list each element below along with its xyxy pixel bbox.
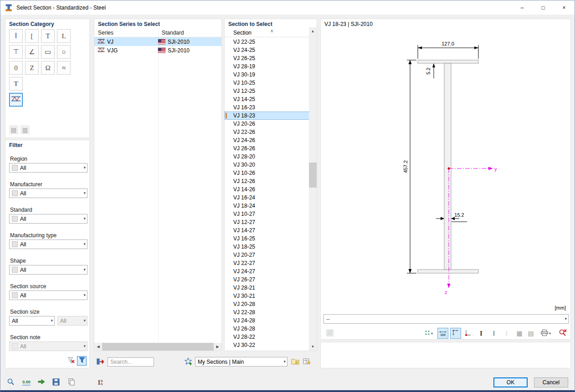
copy-section-button[interactable] [66, 377, 77, 388]
thin-view-toggle[interactable]: I [501, 328, 512, 339]
search-input[interactable] [108, 357, 154, 367]
section-column-header[interactable]: Section [233, 30, 252, 36]
filter-section-source-combo[interactable]: All ▾ [9, 290, 87, 300]
section-list-item[interactable]: VJ 28-21 [225, 284, 310, 292]
z-section-button[interactable]: Z [25, 61, 39, 75]
hscroll-thumb[interactable] [102, 343, 214, 351]
section-list-item[interactable]: VJ 10-26 [225, 169, 310, 177]
section-list-item[interactable]: VJ 10-25 [225, 79, 310, 87]
filter-section-size-combo[interactable]: All ▾ [9, 316, 55, 326]
series-horizontal-scrollbar[interactable]: ◀ ▶ [94, 343, 221, 351]
oval-section-button[interactable]: 0 [9, 61, 23, 75]
clear-filter-button[interactable] [66, 356, 76, 366]
series-column-header[interactable]: Series [98, 30, 113, 36]
section-list-item[interactable]: VJ 16-23 [225, 103, 310, 112]
section-list-item[interactable]: VJ 14-25 [225, 95, 310, 103]
section-list-item[interactable]: VJ 20-27 [225, 251, 310, 259]
scroll-down-button[interactable]: ▼ [309, 343, 317, 351]
angle-section-button[interactable]: L [57, 29, 71, 43]
section-list-item[interactable]: VJ 20-28 [225, 300, 310, 308]
section-list-item[interactable]: VJ 30-20 [225, 161, 310, 169]
favorites-options-button[interactable] [290, 356, 301, 367]
save-section-button[interactable] [51, 377, 62, 388]
section-details-combo[interactable]: -- ▾ [323, 314, 569, 324]
print-button[interactable]: ▾ [539, 328, 553, 339]
rhs-section-button[interactable]: ▭ [41, 45, 55, 59]
section-list-item[interactable]: VJ 30-21 [225, 292, 310, 300]
section-list-item[interactable]: VJ 24-27 [225, 267, 310, 275]
vscroll-thumb[interactable] [309, 163, 317, 188]
apply-to-model-button[interactable] [36, 377, 47, 388]
ok-button[interactable]: OK [493, 377, 528, 387]
beam-dimensions-toggle[interactable]: I bh [94, 377, 106, 388]
render-view-button[interactable] [324, 328, 335, 339]
section-list-item[interactable]: VJ 14-26 [225, 185, 310, 193]
outline-view-toggle[interactable]: I [488, 328, 499, 339]
section-list-item[interactable]: VJ 22-25 [225, 38, 310, 46]
section-list-item[interactable]: VJ 24-28 [225, 316, 310, 325]
tee-section-button[interactable]: T [41, 29, 55, 43]
section-list-item[interactable]: VJ 14-27 [225, 226, 310, 234]
joist-section-button[interactable] [9, 93, 23, 107]
axes-toggle[interactable] [450, 328, 461, 339]
section-list-item[interactable]: VJ 28-20 [225, 153, 310, 161]
category-extra-button-2[interactable]: ▥ [21, 125, 30, 134]
section-list-item[interactable]: VJ 12-25 [225, 87, 310, 95]
close-button[interactable]: × [554, 0, 575, 15]
section-list-item[interactable]: VJ 26-27 [225, 275, 310, 284]
section-properties-button[interactable] [5, 377, 16, 388]
section-list-item[interactable]: VJ 22-27 [225, 259, 310, 267]
section-list-item[interactable]: VJ 16-25 [225, 234, 310, 243]
channel-section-button[interactable]: [ [25, 29, 39, 43]
my-sections-combo[interactable]: My Sections | Main ▾ [195, 357, 288, 367]
filter-standard-combo[interactable]: All ▾ [9, 214, 87, 224]
category-extra-button-1[interactable]: ▤ [9, 125, 18, 134]
new-favorites-table-button[interactable] [302, 356, 313, 367]
section-list-item[interactable]: VJ 20-26 [225, 120, 310, 128]
rail-section-button[interactable]: Ω [41, 61, 55, 75]
section-list-item[interactable]: VJ 26-25 [225, 54, 310, 62]
section-list-item[interactable]: VJ 18-24 [225, 202, 310, 210]
section-list-item[interactable]: VJ 18-25 [225, 243, 310, 251]
section-list-item[interactable]: VJ 28-19 [225, 62, 310, 71]
section-list-item[interactable]: VJ 16-24 [225, 193, 310, 202]
dimensions-toggle[interactable]: 100 [437, 328, 448, 339]
filter-manufacturer-combo[interactable]: All ▾ [9, 188, 87, 198]
corrugated-section-button[interactable]: ≈ [57, 61, 71, 75]
standard-column-header[interactable]: Standard [162, 30, 184, 36]
section-list-item[interactable]: VJ 22-28 [225, 308, 310, 316]
section-list-item[interactable]: VJ 12-26 [225, 177, 310, 185]
section-list-item[interactable]: VJ 26-26 [225, 144, 310, 153]
section-list-item[interactable]: VJ 18-23 [225, 112, 310, 120]
apply-filter-button[interactable] [77, 356, 87, 366]
shear-center-toggle[interactable] [463, 328, 474, 339]
filter-shape-combo[interactable]: All ▾ [9, 265, 87, 275]
reset-zoom-button[interactable] [557, 328, 569, 339]
filter-manufacturing-type-combo[interactable]: All ▾ [9, 239, 87, 249]
scroll-up-button[interactable]: ▲ [309, 27, 317, 35]
section-list-item[interactable]: VJ 12-27 [225, 218, 310, 226]
filter-region-combo[interactable]: All ▾ [9, 163, 87, 173]
series-row[interactable]: VJG SJI-2010 [94, 46, 221, 55]
half-i-section-button[interactable]: ⊤ [9, 45, 23, 59]
solid-view-toggle[interactable]: I [476, 328, 487, 339]
import-section-button[interactable] [95, 356, 106, 367]
cancel-button[interactable]: Cancel [534, 377, 568, 387]
section-list-scrollbar[interactable]: ▲ ▼ [309, 27, 317, 351]
section-list-item[interactable]: VJ 30-19 [225, 71, 310, 79]
series-row[interactable]: VJ SJI-2010 [94, 37, 221, 46]
decimal-places-button[interactable]: 0.00 [21, 377, 32, 388]
stress-points-button[interactable]: ▾ [422, 328, 436, 339]
section-list-item[interactable]: VJ 24-26 [225, 136, 310, 144]
scroll-left-button[interactable]: ◀ [94, 343, 102, 351]
minimize-button[interactable]: – [512, 0, 533, 15]
section-list-item[interactable]: VJ 28-22 [225, 333, 310, 341]
section-list-item[interactable]: VJ 22-26 [225, 128, 310, 136]
list-view-toggle[interactable]: ▤ [526, 328, 536, 339]
section-list-item[interactable]: VJ 24-25 [225, 46, 310, 54]
section-list-item[interactable]: VJ 26-28 [225, 325, 310, 333]
section-list-item[interactable]: VJ 30-22 [225, 341, 310, 349]
section-list-item[interactable]: VJ 10-27 [225, 210, 310, 218]
chs-section-button[interactable]: ○ [57, 45, 71, 59]
scroll-right-button[interactable]: ▶ [214, 343, 221, 351]
